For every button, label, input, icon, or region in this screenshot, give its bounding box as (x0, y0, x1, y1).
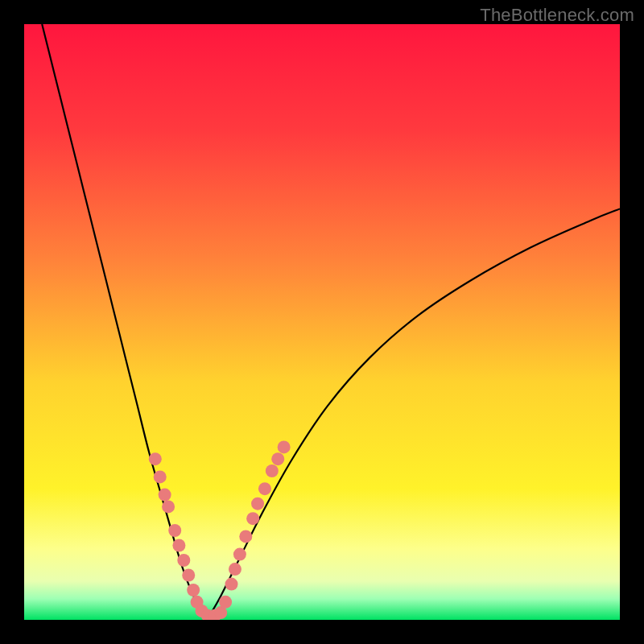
scatter-dot (266, 464, 279, 477)
scatter-dot (182, 569, 195, 582)
scatter-dot (172, 539, 185, 552)
scatter-dot (187, 584, 200, 597)
scatter-dot (159, 489, 171, 502)
scatter-dot (233, 548, 246, 561)
chart-svg (24, 24, 620, 620)
scatter-dot (251, 497, 264, 510)
scatter-dot (149, 452, 162, 465)
outer-frame: TheBottleneck.com (0, 0, 644, 644)
gradient-background (24, 24, 620, 620)
scatter-dot (154, 470, 167, 483)
scatter-dot (278, 440, 291, 453)
watermark-text: TheBottleneck.com (480, 5, 634, 26)
scatter-dot (225, 578, 238, 591)
scatter-dot (258, 482, 271, 495)
scatter-dot (239, 530, 252, 543)
scatter-dot (177, 554, 190, 567)
scatter-dot (168, 524, 181, 537)
plot-area (24, 24, 620, 620)
scatter-dot (246, 512, 259, 525)
scatter-dot (229, 563, 242, 576)
scatter-dot (219, 596, 232, 609)
scatter-dot (271, 452, 284, 465)
scatter-dot (162, 500, 175, 513)
